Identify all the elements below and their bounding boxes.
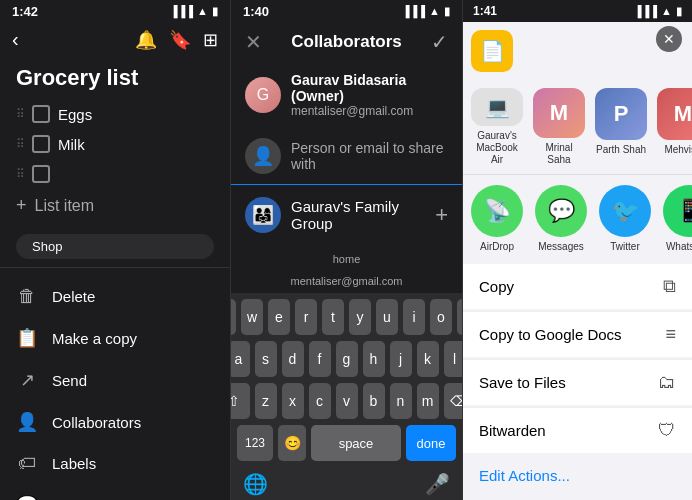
key-u[interactable]: u — [376, 299, 398, 335]
menu-copy[interactable]: Copy ⧉ — [463, 264, 692, 309]
add-item-row[interactable]: + List item — [0, 189, 230, 222]
key-q[interactable]: q — [230, 299, 236, 335]
share-input-row[interactable]: 👤 Person or email to share with — [231, 128, 462, 185]
contact-macbook[interactable]: 💻 Gaurav's MacBook Air — [471, 88, 523, 166]
menu-delete-label: Delete — [52, 288, 95, 305]
menu-delete[interactable]: 🗑 Delete — [0, 276, 230, 317]
edit-actions-link[interactable]: Edit Actions... — [463, 455, 692, 496]
owner-avatar: G — [245, 77, 281, 113]
done-key[interactable]: done — [406, 425, 456, 461]
back-button[interactable]: ‹ — [12, 28, 19, 51]
checkbox-milk[interactable] — [32, 135, 50, 153]
key-y[interactable]: y — [349, 299, 371, 335]
app-airdrop[interactable]: 📡 AirDrop — [471, 185, 523, 252]
gdocs-icon: ≡ — [665, 324, 676, 345]
close-share-button[interactable]: ✕ — [656, 26, 682, 52]
copy-gdocs-label: Copy to Google Docs — [479, 326, 622, 343]
app-twitter[interactable]: 🐦 Twitter — [599, 185, 651, 252]
delete-key[interactable]: ⌫ — [444, 383, 463, 419]
menu-collaborators[interactable]: 👤 Collaborators — [0, 401, 230, 443]
share-input[interactable]: Person or email to share with — [291, 140, 448, 172]
key-g[interactable]: g — [336, 341, 358, 377]
mic-icon[interactable]: 🎤 — [425, 472, 450, 496]
done-check-icon[interactable]: ✓ — [431, 30, 448, 54]
keyboard-bottom-bar: 🌐 🎤 — [231, 468, 462, 500]
mehvish-avatar: M — [657, 88, 692, 140]
key-w[interactable]: w — [241, 299, 263, 335]
key-m[interactable]: m — [417, 383, 439, 419]
menu-copy-google-docs[interactable]: Copy to Google Docs ≡ — [463, 311, 692, 357]
context-menu: 🗑 Delete 📋 Make a copy ↗ Send 👤 Collabor… — [0, 267, 230, 500]
wifi-icon: ▲ — [197, 5, 208, 17]
kb-row-1: q w e r t y u i o p — [233, 299, 460, 335]
menu-feedback[interactable]: 💬 Send app feedback — [0, 484, 230, 500]
panel-grocery-list: 1:42 ▐▐▐ ▲ ▮ ‹ 🔔 🔖 ⊞ Grocery list ⠿ Eggs… — [0, 0, 230, 500]
key-n[interactable]: n — [390, 383, 412, 419]
app-messages[interactable]: 💬 Messages — [535, 185, 587, 252]
key-x[interactable]: x — [282, 383, 304, 419]
menu-labels[interactable]: 🏷 Labels — [0, 443, 230, 484]
key-c[interactable]: c — [309, 383, 331, 419]
labels-icon: 🏷 — [16, 453, 38, 474]
key-l[interactable]: l — [444, 341, 463, 377]
status-bar-2: 1:40 ▐▐▐ ▲ ▮ — [231, 0, 462, 22]
key-e[interactable]: e — [268, 299, 290, 335]
key-h[interactable]: h — [363, 341, 385, 377]
key-t[interactable]: t — [322, 299, 344, 335]
shop-button[interactable]: Shop — [16, 234, 214, 259]
app-header: 📄 — [463, 22, 692, 76]
macbook-icon: 💻 — [471, 88, 523, 126]
key-k[interactable]: k — [417, 341, 439, 377]
contact-parth[interactable]: P Parth Shah — [595, 88, 647, 166]
app-whatsapp[interactable]: 📱 WhatsApp — [663, 185, 692, 252]
key-f[interactable]: f — [309, 341, 331, 377]
owner-info: Gaurav Bidasaria (Owner) mentaliser@gmai… — [291, 72, 448, 118]
key-z[interactable]: z — [255, 383, 277, 419]
space-key[interactable]: space — [311, 425, 401, 461]
key-r[interactable]: r — [295, 299, 317, 335]
shift-key[interactable]: ⇧ — [230, 383, 250, 419]
owner-name: Gaurav Bidasaria (Owner) — [291, 72, 448, 104]
wifi-icon: ▲ — [661, 5, 672, 17]
close-button[interactable]: ✕ — [245, 30, 262, 54]
contact-mrinal[interactable]: M Mrinal Saha — [533, 88, 585, 166]
key-o[interactable]: o — [430, 299, 452, 335]
checkbox-empty[interactable] — [32, 165, 50, 183]
keyboard: q w e r t y u i o p a s d f g h j k l ⇧ … — [231, 293, 462, 468]
apps-row: 📡 AirDrop 💬 Messages 🐦 Twitter 📱 WhatsAp… — [463, 174, 692, 260]
globe-icon[interactable]: 🌐 — [243, 472, 268, 496]
key-j[interactable]: j — [390, 341, 412, 377]
key-d[interactable]: d — [282, 341, 304, 377]
send-icon: ↗ — [16, 369, 38, 391]
keyboard-hint-area: home mentaliser@gmail.com — [231, 245, 462, 293]
emoji-key[interactable]: 😊 — [278, 425, 306, 461]
wifi-icon: ▲ — [429, 5, 440, 17]
family-avatar: 👨‍👩‍👧 — [245, 197, 281, 233]
grid-icon[interactable]: ⊞ — [203, 29, 218, 51]
bookmark-icon[interactable]: 🔖 — [169, 29, 191, 51]
menu-save-files[interactable]: Save to Files 🗂 — [463, 359, 692, 405]
owner-email: mentaliser@gmail.com — [291, 104, 448, 118]
checkbox-eggs[interactable] — [32, 105, 50, 123]
num-key[interactable]: 123 — [237, 425, 273, 461]
key-s[interactable]: s — [255, 341, 277, 377]
menu-send[interactable]: ↗ Send — [0, 359, 230, 401]
battery-icon: ▮ — [444, 5, 450, 18]
mehvish-label: Mehvish — [664, 144, 692, 156]
time-1: 1:42 — [12, 4, 38, 19]
key-i[interactable]: i — [403, 299, 425, 335]
toolbar-1: ‹ 🔔 🔖 ⊞ — [0, 22, 230, 57]
list-item: ⠿ Eggs — [0, 99, 230, 129]
status-icons-2: ▐▐▐ ▲ ▮ — [402, 5, 450, 18]
status-icons-3: ▐▐▐ ▲ ▮ — [634, 5, 682, 18]
add-family-icon[interactable]: + — [435, 202, 448, 228]
key-b[interactable]: b — [363, 383, 385, 419]
menu-copy[interactable]: 📋 Make a copy — [0, 317, 230, 359]
toolbar-2: ✕ Collaborators ✓ — [231, 22, 462, 62]
key-v[interactable]: v — [336, 383, 358, 419]
key-a[interactable]: a — [230, 341, 250, 377]
bell-icon[interactable]: 🔔 — [135, 29, 157, 51]
add-item-label: List item — [35, 197, 95, 215]
contact-mehvish[interactable]: M Mehvish — [657, 88, 692, 166]
menu-bitwarden[interactable]: Bitwarden 🛡 — [463, 407, 692, 453]
